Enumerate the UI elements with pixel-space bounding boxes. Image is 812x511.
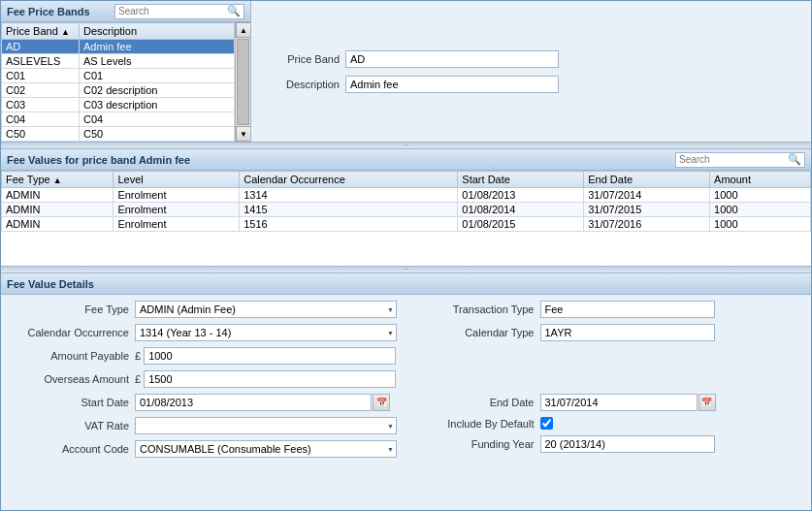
calendar-type-input[interactable] <box>540 324 715 341</box>
account-code-label: Account Code <box>9 443 135 455</box>
end-date-label: End Date <box>414 397 540 408</box>
amount-payable-input[interactable] <box>144 347 396 365</box>
vat-rate-select[interactable] <box>135 417 397 434</box>
divider-1: ⋯ <box>1 142 811 149</box>
table-row[interactable]: C50C50 <box>2 127 235 142</box>
table-row[interactable]: ADMIN Enrolment 1314 01/08/2013 31/07/20… <box>2 188 811 203</box>
bands-scrollbar[interactable]: ▲ ▼ <box>235 22 250 142</box>
cal-occ-select[interactable]: 1314 (Year 13 - 14) <box>135 324 397 341</box>
vat-rate-label: VAT Rate <box>9 420 135 431</box>
currency-symbol-2: £ <box>135 373 141 385</box>
funding-year-input[interactable] <box>540 435 715 453</box>
calendar-type-label: Calendar Type <box>414 327 540 338</box>
fee-values-table-wrapper: Fee Type ▲ Level Calendar Occurrence Sta… <box>1 171 811 266</box>
desc-col-header: Description <box>80 23 235 40</box>
description-input[interactable] <box>345 76 559 93</box>
overseas-amount-input[interactable] <box>144 370 396 388</box>
include-by-default-label: Include By Default <box>414 418 540 430</box>
amount-payable-label: Amount Payable <box>9 350 135 362</box>
end-date-calendar-btn[interactable]: 📅 <box>698 394 716 411</box>
table-row[interactable]: C02C02 description <box>2 83 235 98</box>
table-row[interactable]: C01C01 <box>2 69 235 83</box>
start-date-col-header: Start Date <box>458 172 584 188</box>
level-col-header: Level <box>114 172 240 188</box>
cal-occ-col-header: Calendar Occurrence <box>240 172 458 188</box>
cal-occ-label: Calendar Occurrence <box>9 327 135 338</box>
fee-type-select[interactable]: ADMIN (Admin Fee) <box>135 301 397 318</box>
start-date-calendar-btn[interactable]: 📅 <box>373 394 390 411</box>
mid-search-icon: 🔍 <box>788 153 801 166</box>
top-search-input[interactable] <box>118 6 225 16</box>
mid-search-input[interactable] <box>679 154 786 165</box>
top-search-icon: 🔍 <box>227 5 241 17</box>
price-band-input[interactable] <box>345 50 559 68</box>
table-row[interactable]: ADMIN Enrolment 1415 01/08/2014 31/07/20… <box>2 203 811 217</box>
account-code-select[interactable]: CONSUMABLE (Consumable Fees) <box>135 440 397 458</box>
table-row[interactable]: ASLEVELSAS Levels <box>2 54 235 69</box>
fee-type-label: Fee Type <box>9 303 135 315</box>
table-row[interactable]: ADAdmin fee <box>2 40 235 54</box>
bands-table-wrapper: Price Band ▲ Description ADAdmin feeASLE… <box>1 22 235 142</box>
overseas-amount-label: Overseas Amount <box>9 373 135 385</box>
band-col-header: Price Band ▲ <box>2 23 80 40</box>
start-date-label: Start Date <box>9 397 135 408</box>
table-row[interactable]: C04C04 <box>2 112 235 127</box>
price-band-label: Price Band <box>267 53 340 65</box>
fee-type-col-header: Fee Type ▲ <box>2 172 114 188</box>
divider-2: ⋯ <box>1 266 811 273</box>
fee-value-details-header: Fee Value Details <box>1 273 811 295</box>
description-label: Description <box>267 79 340 90</box>
price-band-detail: Price Band Description <box>251 1 811 142</box>
table-row[interactable]: C03C03 description <box>2 98 235 112</box>
fee-price-bands-header: Fee Price Bands 🔍 <box>1 1 250 22</box>
end-date-col-header: End Date <box>584 172 710 188</box>
fee-values-header: Fee Values for price band Admin fee 🔍 <box>1 149 811 171</box>
start-date-input[interactable] <box>135 394 372 411</box>
amount-col-header: Amount <box>710 172 811 188</box>
currency-symbol-1: £ <box>135 350 141 362</box>
transaction-type-label: Transaction Type <box>414 303 540 315</box>
table-row[interactable]: ADMIN Enrolment 1516 01/08/2015 31/07/20… <box>2 217 811 232</box>
funding-year-label: Funding Year <box>414 438 540 450</box>
include-by-default-checkbox[interactable] <box>540 417 553 430</box>
end-date-input[interactable] <box>540 394 698 411</box>
transaction-type-input[interactable] <box>540 301 715 318</box>
